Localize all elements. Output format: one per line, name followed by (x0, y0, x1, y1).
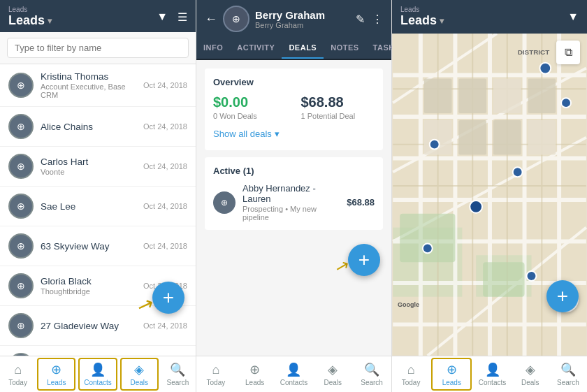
lead-name: Alice Chains (41, 122, 143, 132)
detail-header-left: ← ⊕ Berry Graham Berry Graham (205, 6, 325, 32)
lead-name: Gloria Black (41, 276, 143, 286)
lead-date: Oct 24, 2018 (143, 81, 187, 89)
lead-name: 63 Skyview Way (41, 241, 143, 252)
nav-today-3[interactable]: ⌂ Today (392, 356, 430, 392)
nav-today-1[interactable]: ⌂ Today (0, 356, 36, 392)
today-icon-2: ⌂ (212, 363, 219, 377)
header-title-block: Leads Leads ▾ (8, 6, 52, 28)
deal-amount: $68.88 (347, 197, 375, 208)
deals-icon-2: ◈ (328, 362, 338, 377)
svg-rect-29 (458, 78, 486, 113)
svg-rect-27 (483, 262, 524, 297)
leads-list-container: ⊕ Kristina Thomas Account Executive, Bas… (0, 64, 196, 356)
svg-rect-26 (400, 214, 455, 262)
lead-item[interactable]: ⊕ Carlos Hart Voonte Oct 24, 2018 (0, 147, 196, 187)
potential-label: 1 Potential Deal (301, 112, 375, 120)
search-icon-2: 🔍 (364, 362, 379, 377)
contact-avatar: ⊕ (223, 6, 249, 32)
tab-deals[interactable]: DEALS (282, 38, 324, 59)
lead-item[interactable]: ⊕ Kristina Thomas Account Executive, Bas… (0, 64, 196, 107)
nav-search-2[interactable]: 🔍 Search (352, 356, 391, 392)
nav-deals-label-3: Deals (521, 379, 539, 386)
won-amount: $0.00 (213, 94, 287, 110)
nav-search-3[interactable]: 🔍 Search (549, 356, 587, 392)
nav-deals-2[interactable]: ◈ Deals (313, 356, 352, 392)
add-deal-fab[interactable]: + (348, 244, 380, 276)
lead-subtitle: Voonte (41, 168, 143, 176)
map-header-icons: ▼ (567, 10, 579, 23)
nav-search-1[interactable]: 🔍 Search (160, 356, 196, 392)
nav-leads-3[interactable]: ⊕ Leads (431, 358, 472, 391)
contact-subtitle: Berry Graham (255, 21, 325, 29)
nav-deals-1[interactable]: ◈ Deals (120, 358, 159, 391)
edit-icon[interactable]: ✎ (356, 13, 365, 26)
contacts-icon-3: 👤 (485, 362, 500, 377)
more-icon[interactable]: ⋮ (372, 13, 383, 26)
detail-bottom-area: ↗ + ⌂ Today ⊕ Leads 👤 Contacts ◈ Deals 🔍 (196, 319, 391, 392)
nav-contacts-2[interactable]: 👤 Contacts (275, 356, 314, 392)
bottom-nav-2: ⌂ Today ⊕ Leads 👤 Contacts ◈ Deals 🔍 Sea… (196, 356, 391, 392)
nav-contacts-1[interactable]: 👤 Contacts (78, 358, 117, 391)
show-all-deals-button[interactable]: Show all deals ▾ (213, 126, 375, 142)
lead-item[interactable]: ⊕ 63 Skyview Way Oct 24, 2018 (0, 226, 196, 266)
lead-item[interactable]: ⊕ 31 Gladeview Way Oct 24, 2018 (0, 346, 196, 356)
lead-info: Gloria Black Thoughtbridge (41, 276, 143, 296)
add-map-fab[interactable]: + (546, 280, 579, 312)
deal-row[interactable]: ⊕ Abby Hernandez - Lauren Prospecting • … (213, 183, 375, 222)
lead-info: Sae Lee (41, 201, 143, 212)
menu-icon[interactable]: ☰ (177, 10, 187, 24)
avatar-icon: ⊕ (232, 13, 240, 24)
contacts-icon: 👤 (90, 362, 106, 377)
tab-notes[interactable]: NOTES (324, 38, 365, 59)
deals-icon-3: ◈ (526, 362, 535, 377)
back-button[interactable]: ← (205, 12, 217, 27)
potential-stat: $68.88 1 Potential Deal (301, 94, 375, 120)
map-filter-icon[interactable]: ▼ (567, 10, 579, 23)
nav-deals-3[interactable]: ◈ Deals (512, 356, 549, 392)
lead-avatar-icon: ⊕ (17, 161, 25, 172)
nav-leads-2[interactable]: ⊕ Leads (235, 356, 275, 392)
nav-leads-label-2: Leads (245, 379, 264, 386)
svg-point-40 (470, 201, 482, 213)
lead-item[interactable]: ⊕ Alice Chains Oct 24, 2018 (0, 107, 196, 147)
today-icon-3: ⌂ (407, 363, 415, 377)
lead-date: Oct 24, 2018 (143, 162, 187, 170)
tab-activity[interactable]: ACTIVITY (230, 38, 282, 59)
search-icon: 🔍 (170, 362, 185, 377)
lead-avatar: ⊕ (8, 233, 34, 259)
map-header: Leads Leads ▾ ▼ (392, 0, 587, 34)
lead-info: Kristina Thomas Account Executive, Base … (41, 71, 143, 99)
map-title[interactable]: Leads ▾ (400, 13, 444, 28)
leads-header: Leads Leads ▾ ▼ ☰ (0, 0, 196, 32)
map-layers-button[interactable]: ⧉ (556, 41, 580, 64)
dropdown-arrow-icon: ▾ (48, 16, 52, 26)
tab-info[interactable]: INFO (196, 38, 230, 59)
nav-today-label: Today (8, 379, 27, 386)
detail-header: ← ⊕ Berry Graham Berry Graham ✎ ⋮ (196, 0, 391, 38)
lead-avatar-icon: ⊕ (17, 80, 25, 91)
contact-name-block: Berry Graham Berry Graham (255, 9, 325, 29)
map-area[interactable]: DISTRICT ⧉ + ◎ Google (392, 34, 587, 356)
nav-contacts-3[interactable]: 👤 Contacts (473, 356, 511, 392)
deals-icon: ◈ (134, 362, 144, 377)
search-input[interactable] (7, 38, 189, 58)
overview-section: Overview $0.00 0 Won Deals $68.88 1 Pote… (205, 68, 383, 150)
nav-contacts-label: Contacts (84, 379, 111, 386)
detail-header-icons: ✎ ⋮ (356, 13, 383, 26)
svg-rect-34 (493, 120, 521, 155)
lead-item[interactable]: ⊕ Sae Lee Oct 24, 2018 (0, 187, 196, 226)
deal-name: Abby Hernandez - Lauren (242, 183, 340, 204)
contacts-icon-2: 👤 (286, 362, 301, 377)
nav-deals-label-2: Deals (324, 379, 342, 386)
add-lead-fab[interactable]: + (152, 282, 184, 314)
leads-icon: ⊕ (51, 362, 61, 377)
nav-today-2[interactable]: ⌂ Today (196, 356, 235, 392)
lead-date: Oct 24, 2018 (143, 122, 187, 131)
lead-info: 63 Skyview Way (41, 241, 143, 252)
svg-point-41 (423, 243, 433, 253)
svg-point-36 (539, 63, 551, 74)
leads-title[interactable]: Leads ▾ (8, 13, 52, 28)
lead-name: Sae Lee (41, 201, 143, 212)
filter-icon[interactable]: ▼ (157, 10, 168, 23)
nav-leads-1[interactable]: ⊕ Leads (37, 358, 75, 391)
